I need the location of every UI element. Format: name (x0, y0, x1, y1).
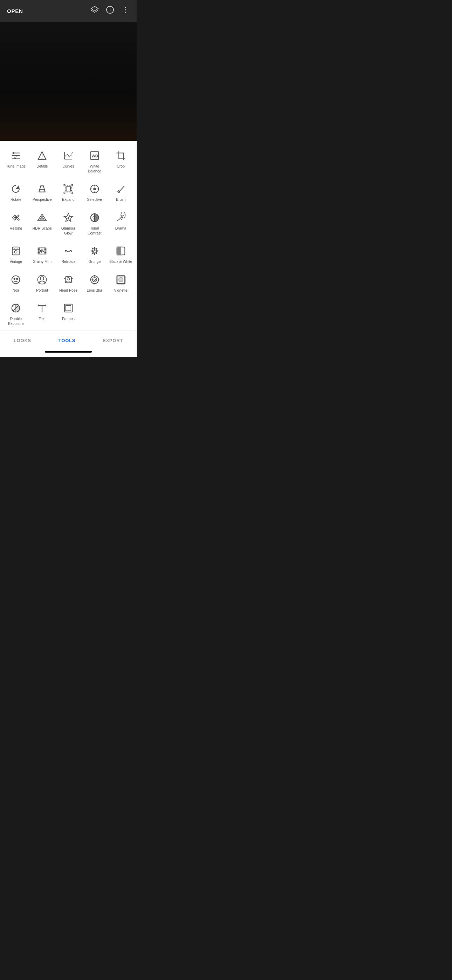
open-button[interactable]: OPEN (7, 8, 23, 14)
drama-icon (115, 212, 127, 224)
curves-icon (62, 149, 75, 162)
frames-label: Frames (62, 317, 75, 321)
grunge-label: Grunge (88, 259, 100, 264)
svg-point-66 (91, 276, 99, 284)
tool-retrolux[interactable]: Retrolux (56, 240, 82, 269)
crop-label: Crop (117, 164, 125, 169)
expand-icon (62, 183, 75, 195)
rotate-label: Rotate (11, 197, 21, 202)
tool-black-white[interactable]: Black & White (108, 240, 134, 269)
app-container: OPEN (0, 0, 137, 357)
svg-rect-44 (12, 247, 19, 255)
tune-image-label: Tune Image (6, 164, 26, 169)
tool-hdr-scape[interactable]: HDR Scape (29, 207, 56, 240)
tool-portrait[interactable]: Portrait (29, 269, 56, 297)
svg-point-65 (67, 278, 70, 280)
tool-perspective[interactable]: Perspective (29, 178, 56, 207)
tonal-contrast-icon (88, 212, 101, 224)
bottom-nav: LOOKS TOOLS EXPORT (0, 331, 137, 348)
grunge-icon (88, 245, 101, 257)
tab-export[interactable]: EXPORT (95, 336, 130, 345)
crop-icon (115, 149, 127, 162)
svg-point-12 (14, 158, 16, 159)
tool-vintage[interactable]: Vintage (3, 240, 29, 269)
tool-lens-blur[interactable]: Lens Blur (81, 269, 108, 297)
noir-icon (10, 274, 22, 286)
tool-healing[interactable]: Healing (3, 207, 29, 240)
healing-icon (10, 212, 22, 224)
lens-blur-label: Lens Blur (87, 288, 102, 293)
tab-looks[interactable]: LOOKS (6, 336, 38, 345)
svg-point-40 (67, 217, 69, 219)
selective-label: Selective (87, 197, 102, 202)
tool-crop[interactable]: Crop (108, 145, 134, 178)
healing-label: Healing (10, 226, 22, 231)
svg-point-71 (90, 279, 91, 280)
tool-double-exposure[interactable]: Double Exposure (3, 297, 29, 330)
curves-label: Curves (62, 164, 74, 169)
svg-point-54 (43, 251, 44, 252)
tool-details[interactable]: Details (29, 145, 56, 178)
tool-tonal-contrast[interactable]: Tonal Contrast (81, 207, 108, 240)
tool-selective[interactable]: Selective (81, 178, 108, 207)
tool-frames[interactable]: Frames (56, 297, 82, 330)
bw-icon (115, 245, 127, 257)
head-pose-label: Head Pose (59, 288, 78, 293)
tool-curves[interactable]: Curves (56, 145, 82, 178)
header: OPEN (0, 0, 137, 22)
tool-grainy-film[interactable]: Grainy Film (29, 240, 56, 269)
expand-label: Expand (62, 197, 75, 202)
tool-text[interactable]: Text (29, 297, 56, 330)
text-label: Text (39, 317, 46, 321)
image-preview (0, 22, 137, 141)
retrolux-icon (62, 245, 75, 257)
tool-grunge[interactable]: Grunge (81, 240, 108, 269)
tune-image-icon (10, 149, 22, 162)
tonal-contrast-label: Tonal Contrast (83, 226, 106, 235)
svg-point-74 (118, 278, 123, 282)
tools-grid: Tune Image Details (0, 145, 137, 331)
noir-label: Noir (13, 288, 19, 293)
drama-label: Drama (115, 226, 126, 231)
svg-line-21 (39, 186, 41, 192)
tab-tools[interactable]: TOOLS (51, 336, 82, 345)
rotate-icon (10, 183, 22, 195)
tool-vignette[interactable]: Vignette (108, 269, 134, 297)
perspective-label: Perspective (33, 197, 52, 202)
header-icons (91, 6, 130, 16)
svg-rect-48 (38, 249, 40, 250)
svg-point-61 (16, 278, 18, 279)
tool-rotate[interactable]: Rotate (3, 178, 29, 207)
svg-point-4 (125, 7, 126, 8)
selective-icon (88, 183, 101, 195)
layers-icon[interactable] (91, 6, 99, 16)
head-pose-icon (62, 274, 75, 286)
svg-rect-49 (38, 252, 40, 253)
svg-point-6 (125, 12, 126, 13)
glamour-glow-label: Glamour Glow (57, 226, 80, 235)
tool-brush[interactable]: Brush (108, 178, 134, 207)
tool-noir[interactable]: Noir (3, 269, 29, 297)
tool-glamour-glow[interactable]: Glamour Glow (56, 207, 82, 240)
svg-point-69 (94, 275, 95, 276)
hdr-scape-label: HDR Scape (32, 226, 51, 231)
svg-point-5 (125, 10, 126, 11)
more-icon[interactable] (121, 6, 130, 16)
tool-drama[interactable]: Drama (108, 207, 134, 240)
svg-point-10 (16, 155, 18, 157)
bw-label: Black & White (109, 259, 132, 264)
double-exposure-icon (10, 302, 22, 314)
vignette-icon (115, 274, 127, 286)
tool-expand[interactable]: Expand (56, 178, 82, 207)
grainy-film-icon (36, 245, 48, 257)
info-icon[interactable] (106, 6, 114, 16)
svg-point-62 (40, 277, 44, 280)
portrait-label: Portrait (36, 288, 48, 293)
tool-white-balance[interactable]: WB White Balance (81, 145, 108, 178)
home-bar (45, 351, 92, 353)
tool-head-pose[interactable]: Head Pose (56, 269, 82, 297)
lens-blur-icon (88, 274, 101, 286)
tool-tune-image[interactable]: Tune Image (3, 145, 29, 178)
svg-rect-85 (65, 305, 71, 311)
wb-label: White Balance (83, 164, 106, 173)
